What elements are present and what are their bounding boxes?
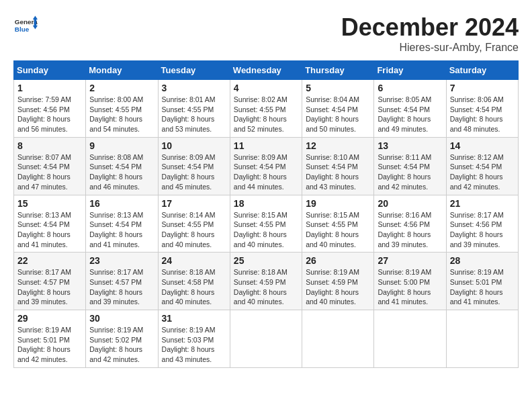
calendar-week-2: 15Sunrise: 8:13 AM Sunset: 4:54 PM Dayli… xyxy=(14,195,519,253)
calendar-cell xyxy=(374,310,446,368)
day-info: Sunrise: 8:05 AM Sunset: 4:54 PM Dayligh… xyxy=(378,95,442,134)
logo-icon: General Blue xyxy=(13,13,38,38)
day-number: 2 xyxy=(89,83,154,93)
day-info: Sunrise: 8:14 AM Sunset: 4:55 PM Dayligh… xyxy=(162,210,226,250)
day-number: 12 xyxy=(306,140,370,151)
day-info: Sunrise: 8:09 AM Sunset: 4:54 PM Dayligh… xyxy=(162,152,226,192)
day-number: 21 xyxy=(450,198,515,209)
calendar-cell: 18Sunrise: 8:15 AM Sunset: 4:55 PM Dayli… xyxy=(230,195,302,253)
day-number: 10 xyxy=(162,140,226,151)
day-info: Sunrise: 8:08 AM Sunset: 4:54 PM Dayligh… xyxy=(89,152,154,192)
day-info: Sunrise: 8:00 AM Sunset: 4:55 PM Dayligh… xyxy=(89,95,154,134)
calendar-cell: 25Sunrise: 8:18 AM Sunset: 4:59 PM Dayli… xyxy=(230,253,302,310)
day-number: 24 xyxy=(162,255,226,266)
day-number: 1 xyxy=(17,83,82,93)
calendar-cell: 19Sunrise: 8:15 AM Sunset: 4:55 PM Dayli… xyxy=(302,195,374,253)
calendar-cell: 26Sunrise: 8:19 AM Sunset: 4:59 PM Dayli… xyxy=(302,253,374,310)
day-info: Sunrise: 8:12 AM Sunset: 4:54 PM Dayligh… xyxy=(450,152,515,192)
day-number: 13 xyxy=(378,140,442,151)
day-number: 9 xyxy=(89,140,154,151)
day-number: 19 xyxy=(306,198,370,209)
svg-text:Blue: Blue xyxy=(15,26,30,33)
day-info: Sunrise: 8:19 AM Sunset: 5:00 PM Dayligh… xyxy=(378,267,442,307)
title-area: December 2024 Hieres-sur-Amby, France xyxy=(341,13,519,54)
day-info: Sunrise: 8:18 AM Sunset: 4:58 PM Dayligh… xyxy=(162,267,226,307)
calendar-cell: 4Sunrise: 8:02 AM Sunset: 4:55 PM Daylig… xyxy=(230,80,302,138)
day-info: Sunrise: 8:19 AM Sunset: 5:01 PM Dayligh… xyxy=(17,325,82,365)
calendar-week-4: 29Sunrise: 8:19 AM Sunset: 5:01 PM Dayli… xyxy=(14,310,519,368)
col-sunday: Sunday xyxy=(14,61,86,80)
logo: General Blue xyxy=(13,13,38,38)
day-number: 11 xyxy=(234,140,298,151)
day-number: 18 xyxy=(234,198,298,209)
calendar-cell xyxy=(446,310,518,368)
day-info: Sunrise: 8:11 AM Sunset: 4:54 PM Dayligh… xyxy=(378,152,442,192)
calendar-week-1: 8Sunrise: 8:07 AM Sunset: 4:54 PM Daylig… xyxy=(14,137,519,195)
calendar-cell: 8Sunrise: 8:07 AM Sunset: 4:54 PM Daylig… xyxy=(14,137,86,195)
col-thursday: Thursday xyxy=(302,61,374,80)
calendar-cell: 20Sunrise: 8:16 AM Sunset: 4:56 PM Dayli… xyxy=(374,195,446,253)
calendar-cell: 5Sunrise: 8:04 AM Sunset: 4:54 PM Daylig… xyxy=(302,80,374,138)
day-number: 25 xyxy=(234,255,298,266)
day-number: 15 xyxy=(17,198,82,209)
calendar-cell: 28Sunrise: 8:19 AM Sunset: 5:01 PM Dayli… xyxy=(446,253,518,310)
calendar-cell: 14Sunrise: 8:12 AM Sunset: 4:54 PM Dayli… xyxy=(446,137,518,195)
day-info: Sunrise: 8:18 AM Sunset: 4:59 PM Dayligh… xyxy=(234,267,298,307)
col-friday: Friday xyxy=(374,61,446,80)
day-info: Sunrise: 8:10 AM Sunset: 4:54 PM Dayligh… xyxy=(306,152,370,192)
calendar-cell: 10Sunrise: 8:09 AM Sunset: 4:54 PM Dayli… xyxy=(158,137,230,195)
calendar-cell xyxy=(230,310,302,368)
header: General Blue December 2024 Hieres-sur-Am… xyxy=(13,13,519,54)
calendar-table: Sunday Monday Tuesday Wednesday Thursday… xyxy=(13,60,519,368)
day-info: Sunrise: 8:15 AM Sunset: 4:55 PM Dayligh… xyxy=(234,210,298,250)
day-info: Sunrise: 8:04 AM Sunset: 4:54 PM Dayligh… xyxy=(306,95,370,134)
day-info: Sunrise: 8:19 AM Sunset: 5:01 PM Dayligh… xyxy=(450,267,515,307)
calendar-week-3: 22Sunrise: 8:17 AM Sunset: 4:57 PM Dayli… xyxy=(14,253,519,310)
calendar-cell: 12Sunrise: 8:10 AM Sunset: 4:54 PM Dayli… xyxy=(302,137,374,195)
day-number: 17 xyxy=(162,198,226,209)
calendar-cell xyxy=(302,310,374,368)
day-info: Sunrise: 8:06 AM Sunset: 4:54 PM Dayligh… xyxy=(450,95,515,134)
month-title: December 2024 xyxy=(341,13,519,42)
col-monday: Monday xyxy=(86,61,158,80)
day-number: 6 xyxy=(378,83,442,93)
calendar-cell: 17Sunrise: 8:14 AM Sunset: 4:55 PM Dayli… xyxy=(158,195,230,253)
day-number: 16 xyxy=(89,198,154,209)
calendar-cell: 2Sunrise: 8:00 AM Sunset: 4:55 PM Daylig… xyxy=(86,80,158,138)
day-info: Sunrise: 8:19 AM Sunset: 5:02 PM Dayligh… xyxy=(89,325,154,365)
day-number: 14 xyxy=(450,140,515,151)
day-info: Sunrise: 8:19 AM Sunset: 5:03 PM Dayligh… xyxy=(162,325,226,365)
calendar-cell: 1Sunrise: 7:59 AM Sunset: 4:56 PM Daylig… xyxy=(14,80,86,138)
calendar-cell: 6Sunrise: 8:05 AM Sunset: 4:54 PM Daylig… xyxy=(374,80,446,138)
calendar-cell: 11Sunrise: 8:09 AM Sunset: 4:54 PM Dayli… xyxy=(230,137,302,195)
calendar-week-0: 1Sunrise: 7:59 AM Sunset: 4:56 PM Daylig… xyxy=(14,80,519,138)
day-info: Sunrise: 8:09 AM Sunset: 4:54 PM Dayligh… xyxy=(234,152,298,192)
day-info: Sunrise: 8:07 AM Sunset: 4:54 PM Dayligh… xyxy=(17,152,82,192)
day-info: Sunrise: 8:13 AM Sunset: 4:54 PM Dayligh… xyxy=(17,210,82,250)
day-number: 27 xyxy=(378,255,442,266)
day-info: Sunrise: 7:59 AM Sunset: 4:56 PM Dayligh… xyxy=(17,95,82,134)
day-number: 20 xyxy=(378,198,442,209)
day-number: 3 xyxy=(162,83,226,93)
calendar-cell: 27Sunrise: 8:19 AM Sunset: 5:00 PM Dayli… xyxy=(374,253,446,310)
calendar-cell: 9Sunrise: 8:08 AM Sunset: 4:54 PM Daylig… xyxy=(86,137,158,195)
day-number: 22 xyxy=(17,255,82,266)
calendar-cell: 3Sunrise: 8:01 AM Sunset: 4:55 PM Daylig… xyxy=(158,80,230,138)
day-number: 8 xyxy=(17,140,82,151)
day-info: Sunrise: 8:17 AM Sunset: 4:57 PM Dayligh… xyxy=(89,267,154,307)
day-info: Sunrise: 8:01 AM Sunset: 4:55 PM Dayligh… xyxy=(162,95,226,134)
day-number: 26 xyxy=(306,255,370,266)
calendar-cell: 31Sunrise: 8:19 AM Sunset: 5:03 PM Dayli… xyxy=(158,310,230,368)
calendar-cell: 16Sunrise: 8:13 AM Sunset: 4:54 PM Dayli… xyxy=(86,195,158,253)
day-number: 5 xyxy=(306,83,370,93)
col-wednesday: Wednesday xyxy=(230,61,302,80)
calendar-cell: 22Sunrise: 8:17 AM Sunset: 4:57 PM Dayli… xyxy=(14,253,86,310)
calendar-cell: 30Sunrise: 8:19 AM Sunset: 5:02 PM Dayli… xyxy=(86,310,158,368)
day-info: Sunrise: 8:16 AM Sunset: 4:56 PM Dayligh… xyxy=(378,210,442,250)
col-saturday: Saturday xyxy=(446,61,518,80)
calendar-cell: 13Sunrise: 8:11 AM Sunset: 4:54 PM Dayli… xyxy=(374,137,446,195)
day-info: Sunrise: 8:17 AM Sunset: 4:56 PM Dayligh… xyxy=(450,210,515,250)
calendar-cell: 7Sunrise: 8:06 AM Sunset: 4:54 PM Daylig… xyxy=(446,80,518,138)
header-row: Sunday Monday Tuesday Wednesday Thursday… xyxy=(14,61,519,80)
day-info: Sunrise: 8:17 AM Sunset: 4:57 PM Dayligh… xyxy=(17,267,82,307)
